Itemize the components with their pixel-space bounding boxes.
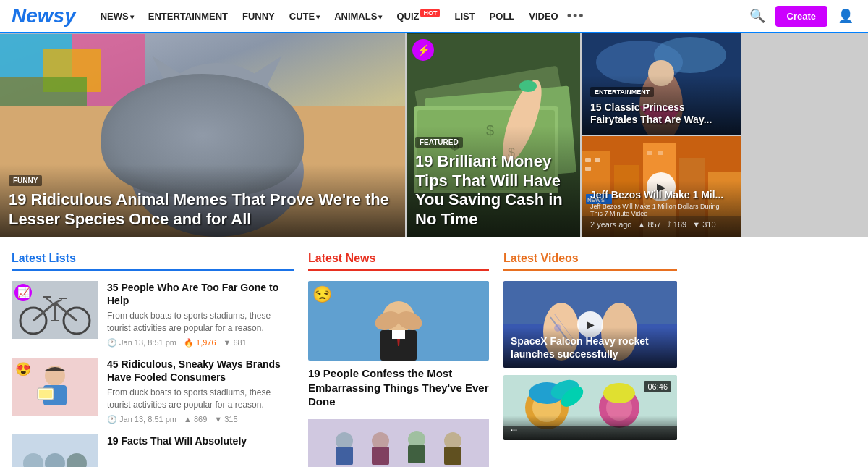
list-item[interactable]: 📈 35 People Who Are Too Far Gone to Help…: [12, 281, 294, 348]
svg-rect-35: [585, 167, 591, 171]
user-account-icon[interactable]: 👤: [835, 5, 856, 27]
news-item-2[interactable]: [308, 419, 489, 468]
nav-funny[interactable]: FUNNY: [237, 7, 281, 26]
hot-badge: HOT: [420, 9, 440, 17]
list-content-3: 19 Facts That Will Absolutely: [107, 434, 294, 467]
hero-main-title: 19 Ridiculous Animal Memes That Prove We…: [9, 190, 396, 229]
bezos-comments: ▼ 310: [692, 220, 715, 229]
hero-top-right[interactable]: ENTERTAINMENT 15 Classic Princess Fairyt…: [582, 33, 741, 135]
hero-main-overlay: FUNNY 19 Ridiculous Animal Memes That Pr…: [0, 164, 405, 237]
header-actions: 🔍 Create 👤: [746, 5, 856, 27]
news-sub-thumb: [308, 419, 489, 468]
news-main-thumb: 😒: [308, 281, 489, 361]
main-content: Latest Lists: [0, 237, 868, 467]
latest-lists-heading: Latest Lists: [12, 252, 294, 271]
svg-point-94: [603, 383, 635, 403]
video-duration-2: 06:46: [644, 381, 671, 392]
nav-news[interactable]: NEWS: [95, 7, 140, 26]
svg-point-9: [184, 104, 206, 130]
list-meta-1: 🕐 Jan 13, 8:51 pm 🔥 1,976 ▼ 681: [107, 338, 294, 348]
bezos-shares: ⤴ 169: [667, 220, 686, 229]
video-title-1: SpaceX Falcon Heavy rocket launches succ…: [511, 335, 649, 360]
svg-rect-37: [658, 151, 663, 155]
news-sub-image: [308, 419, 489, 468]
svg-rect-71: [336, 447, 353, 465]
svg-point-10: [228, 104, 250, 130]
list-title-1: 35 People Who Are Too Far Gone to Help: [107, 281, 294, 307]
nav-video[interactable]: VIDEO: [523, 7, 563, 26]
list-thumb-1: 📈: [12, 281, 98, 339]
nav-list[interactable]: LIST: [448, 7, 480, 26]
list-thumb-2: 😍: [12, 358, 98, 416]
hero-main-tag: FUNNY: [9, 175, 42, 186]
list-title-2: 45 Ridiculous, Sneaky Ways Brands Have F…: [107, 358, 294, 384]
latest-news-heading: Latest News: [308, 252, 489, 271]
list-content-1: 35 People Who Are Too Far Gone to Help F…: [107, 281, 294, 348]
svg-rect-73: [372, 447, 389, 465]
hero-middle-tag: FEATURED: [415, 137, 463, 148]
svg-rect-68: [392, 330, 405, 339]
site-logo[interactable]: Newsy: [12, 4, 76, 28]
svg-rect-56: [39, 390, 52, 398]
trending-thumb-icon: 📈: [14, 284, 32, 301]
svg-point-18: [519, 80, 537, 92]
bezos-views: ▲ 857: [637, 220, 660, 229]
nav-cute[interactable]: CUTE: [284, 7, 326, 26]
video-item-2[interactable]: 06:46 ...: [503, 375, 677, 440]
hero-grid: FUNNY 19 Ridiculous Animal Memes That Pr…: [0, 33, 868, 237]
svg-point-11: [208, 135, 226, 147]
hero-main[interactable]: FUNNY 19 Ridiculous Animal Memes That Pr…: [0, 33, 405, 237]
hero-princess-tag: ENTERTAINMENT: [590, 87, 654, 97]
emoji-thumb-icon-2: 😍: [14, 361, 32, 378]
hero-princess-title: 15 Classic Princess Fairytales That Are …: [590, 101, 732, 126]
more-nav-icon[interactable]: •••: [567, 9, 585, 24]
svg-rect-34: [595, 158, 600, 162]
news-title-1: 19 People Confess the Most Embarrassing …: [308, 366, 489, 409]
create-button[interactable]: Create: [775, 6, 827, 27]
svg-rect-77: [444, 447, 461, 465]
nav-quiz[interactable]: QUIZ HOT: [391, 7, 446, 26]
svg-rect-33: [585, 158, 591, 162]
bezos-time: 2 years ago: [590, 220, 631, 229]
svg-rect-36: [647, 151, 652, 155]
news-item-1[interactable]: 😒 19 People Confess the Most Embarrassin…: [308, 281, 489, 409]
list-votes-down-2: ▼ 315: [214, 415, 237, 424]
video-overlay-2: ...: [503, 416, 677, 440]
list-votes-down-1: ▼ 681: [224, 338, 247, 347]
list-votes-up-2: ▲ 869: [184, 415, 207, 424]
svg-rect-69: [308, 419, 489, 468]
latest-lists-section: Latest Lists: [12, 252, 294, 467]
hero-middle[interactable]: $ $ $ ⚡ FEATURED 19 Brilliant Money Tips…: [407, 33, 580, 237]
list-item[interactable]: 19 Facts That Will Absolutely: [12, 434, 294, 467]
hero-bezos-title: Jeff Bezos Will Make 1 Mil...: [590, 189, 732, 201]
list-desc-2: From duck boats to sports stadiums, thes…: [107, 387, 294, 411]
list-desc-1: From duck boats to sports stadiums, thes…: [107, 310, 294, 335]
list-meta-2: 🕐 Jan 13, 8:51 pm ▲ 869 ▼ 315: [107, 415, 294, 424]
list-votes-up-1: 🔥 1,976: [184, 338, 216, 348]
nav-entertainment[interactable]: ENTERTAINMENT: [142, 7, 234, 26]
hero-princess-overlay: ENTERTAINMENT 15 Classic Princess Fairyt…: [582, 75, 741, 135]
latest-news-section: Latest News: [308, 252, 489, 467]
search-icon[interactable]: 🔍: [746, 5, 768, 27]
nav-animals[interactable]: ANIMALS: [328, 7, 388, 26]
hero-middle-overlay: FEATURED 19 Brilliant Money Tips That Wi…: [407, 126, 580, 237]
news-person-image: [308, 281, 489, 361]
nav-poll[interactable]: POLL: [484, 7, 521, 26]
hero-bezos-meta: 2 years ago ▲ 857 ⤴ 169 ▼ 310: [590, 220, 732, 229]
latest-videos-heading: Latest Videos: [503, 252, 677, 271]
video-item-1[interactable]: ▶ SpaceX Falcon Heavy rocket launches su…: [503, 281, 677, 368]
list-item[interactable]: 😍 45 Ridiculous, Sneaky Ways Brands Have…: [12, 358, 294, 424]
video-overlay-1: SpaceX Falcon Heavy rocket launches succ…: [503, 327, 677, 368]
latest-videos-section: Latest Videos ▶ SpaceX Falcon Heavy rock…: [503, 252, 677, 467]
main-nav: NEWS ENTERTAINMENT FUNNY CUTE ANIMALS QU…: [95, 7, 733, 26]
list-thumb-3: [12, 434, 98, 467]
svg-rect-75: [408, 445, 425, 463]
list-content-2: 45 Ridiculous, Sneaky Ways Brands Have F…: [107, 358, 294, 424]
news-emoji-1: 😒: [312, 285, 332, 304]
hero-bezos-overlay: Jeff Bezos Will Make 1 Mil... Jeff Bezos…: [582, 180, 741, 237]
list-time-1: 🕐 Jan 13, 8:51 pm: [107, 338, 176, 348]
facts-image: [12, 434, 98, 467]
video-title-2: ...: [511, 424, 517, 432]
trending-icon: ⚡: [412, 39, 434, 61]
hero-bottom-right[interactable]: NEWS ▶ Jeff Bezos Will Make 1 Mil... Jef…: [582, 136, 741, 237]
